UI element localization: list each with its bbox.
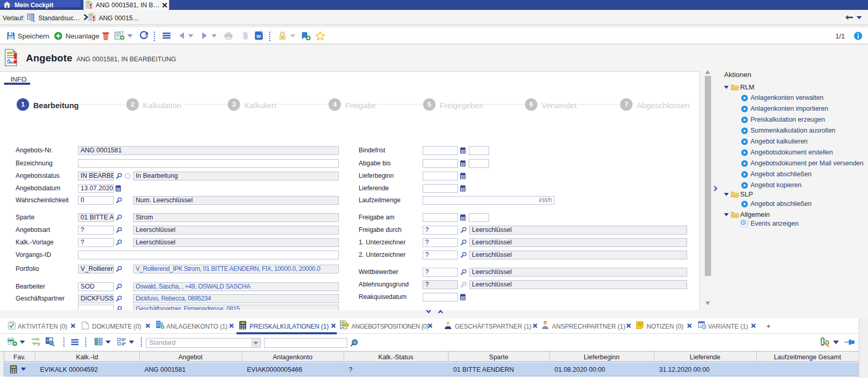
svg-text:W: W (256, 34, 261, 39)
